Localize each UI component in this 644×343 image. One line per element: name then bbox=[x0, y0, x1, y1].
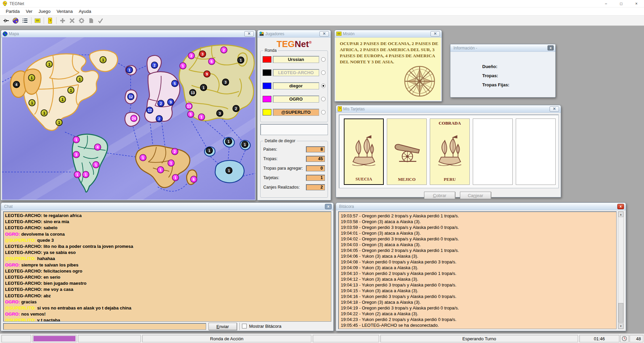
info-window-titlebar[interactable]: Información - x bbox=[450, 44, 555, 52]
army-count[interactable]: 1 bbox=[206, 147, 213, 154]
player-turn-radio[interactable] bbox=[321, 57, 326, 62]
army-count[interactable]: 2 bbox=[156, 115, 163, 122]
cobrar-button[interactable]: Cobrar bbox=[424, 192, 455, 199]
army-count[interactable]: 5 bbox=[171, 80, 178, 87]
mission-button[interactable] bbox=[33, 17, 42, 25]
menu-item-partida[interactable]: Partida bbox=[3, 8, 23, 15]
mission-close-button[interactable]: ✕ bbox=[430, 31, 440, 37]
chat-input[interactable] bbox=[3, 323, 206, 330]
card-slot-empty[interactable] bbox=[473, 119, 513, 185]
army-count[interactable]: 3 bbox=[222, 79, 229, 86]
army-count[interactable]: 1 bbox=[92, 161, 99, 168]
players-empty-listbox[interactable] bbox=[260, 124, 328, 135]
army-count[interactable]: 2 bbox=[171, 148, 178, 155]
cards-window-titlebar[interactable]: ? Mis Tarjetas ✕ bbox=[336, 105, 561, 113]
army-count[interactable]: 5 bbox=[187, 111, 194, 118]
army-count[interactable]: 1 bbox=[225, 138, 232, 145]
cards-doc-button[interactable] bbox=[87, 17, 95, 25]
players-close-button[interactable]: ✕ bbox=[319, 31, 329, 37]
army-count[interactable]: 4 bbox=[94, 144, 101, 151]
show-log-checkbox[interactable] bbox=[242, 324, 247, 328]
army-count[interactable]: 12 bbox=[127, 93, 134, 100]
army-count[interactable]: 13 bbox=[189, 89, 196, 96]
army-count[interactable]: 1 bbox=[126, 66, 133, 73]
menu-item-ayuda[interactable]: Ayuda bbox=[76, 8, 94, 15]
army-count[interactable]: 1 bbox=[59, 96, 66, 103]
army-count[interactable]: 9 bbox=[203, 70, 210, 78]
cards-button[interactable]: ? bbox=[46, 17, 54, 25]
army-count[interactable]: 3 bbox=[73, 151, 80, 158]
army-count[interactable]: 24 bbox=[130, 115, 137, 122]
attack-button[interactable] bbox=[68, 17, 76, 25]
close-button[interactable]: × bbox=[629, 0, 644, 7]
army-count[interactable]: 1 bbox=[73, 136, 80, 143]
army-count[interactable]: 2 bbox=[232, 105, 240, 112]
regroup-button[interactable] bbox=[77, 17, 86, 25]
player-turn-radio[interactable] bbox=[321, 97, 326, 101]
army-count[interactable]: 6 bbox=[208, 58, 215, 65]
player-turn-radio[interactable] bbox=[321, 84, 326, 88]
army-count[interactable]: 1 bbox=[74, 171, 81, 178]
list-button[interactable] bbox=[21, 17, 29, 25]
chat-window-titlebar[interactable]: Chat x bbox=[1, 203, 333, 210]
mission-window-titlebar[interactable]: Misión ✕ bbox=[335, 30, 442, 38]
army-count[interactable]: 1 bbox=[237, 57, 244, 64]
army-count[interactable]: 1 bbox=[55, 119, 63, 126]
menu-item-ver[interactable]: Ver bbox=[23, 8, 36, 15]
army-count[interactable]: 13 bbox=[185, 103, 193, 110]
army-count[interactable]: 12 bbox=[146, 107, 153, 114]
scroll-down-icon[interactable]: ▼ bbox=[618, 323, 623, 329]
connection-button[interactable] bbox=[2, 17, 10, 25]
map-window-titlebar[interactable]: Mapa ✕ bbox=[1, 30, 256, 38]
army-count[interactable]: 1 bbox=[168, 159, 175, 167]
army-count[interactable]: 1 bbox=[225, 167, 232, 174]
army-count[interactable]: 1 bbox=[172, 174, 179, 181]
army-count[interactable]: 1 bbox=[82, 171, 89, 178]
army-count[interactable]: 1 bbox=[200, 84, 207, 91]
enviar-button[interactable]: Enviar bbox=[208, 323, 237, 330]
cards-close-button[interactable]: ✕ bbox=[550, 106, 559, 112]
minimize-button[interactable]: − bbox=[598, 0, 614, 7]
info-close-button[interactable]: x bbox=[548, 45, 554, 50]
canjear-button[interactable]: Canjear bbox=[460, 192, 491, 199]
map-close-button[interactable]: ✕ bbox=[244, 31, 254, 37]
army-count[interactable]: 4 bbox=[13, 81, 20, 88]
army-count[interactable]: 1 bbox=[28, 74, 35, 81]
army-count[interactable]: 1 bbox=[198, 113, 205, 121]
scroll-thumb[interactable] bbox=[618, 303, 623, 323]
army-count[interactable]: 3 bbox=[216, 110, 223, 117]
menu-item-juego[interactable]: Juego bbox=[36, 8, 53, 15]
log-scrollbar[interactable]: ▲ ▼ bbox=[618, 211, 624, 329]
card-slot-empty[interactable] bbox=[516, 119, 556, 185]
app-titlebar[interactable]: TEGNet − □ × bbox=[0, 0, 644, 7]
players-window-titlebar[interactable]: Jugadores ✕ bbox=[258, 30, 331, 38]
chat-log[interactable]: LEOTEG-ARCHO: te regalaron africaLEOTEG-… bbox=[3, 211, 331, 322]
log-window-titlebar[interactable]: Bitácora x bbox=[336, 203, 626, 210]
log-entries[interactable]: 19:03:57 - Oregon perdió 2 tropa/s y Ala… bbox=[338, 211, 617, 329]
army-count[interactable]: 1 bbox=[139, 154, 147, 161]
world-button[interactable] bbox=[11, 17, 20, 25]
player-turn-radio[interactable] bbox=[321, 110, 326, 114]
menu-item-ventana[interactable]: Ventana bbox=[53, 8, 76, 15]
army-count[interactable]: 2 bbox=[188, 52, 195, 59]
army-count[interactable]: 1 bbox=[241, 141, 248, 148]
army-count[interactable]: 9 bbox=[167, 99, 174, 106]
army-count[interactable]: 1 bbox=[46, 61, 53, 68]
card-mejico[interactable]: MEJICO bbox=[387, 119, 427, 185]
army-count[interactable]: 1 bbox=[179, 62, 186, 69]
log-close-button[interactable]: x bbox=[617, 204, 624, 209]
army-count[interactable]: 1 bbox=[99, 56, 107, 63]
army-count[interactable]: 1 bbox=[41, 109, 48, 116]
army-count[interactable]: 6 bbox=[190, 176, 197, 183]
restore-button[interactable]: □ bbox=[614, 0, 629, 7]
chat-close-button[interactable]: x bbox=[325, 204, 332, 209]
player-turn-radio[interactable] bbox=[321, 70, 326, 75]
army-count[interactable]: 2 bbox=[157, 100, 164, 107]
army-count[interactable]: 3 bbox=[199, 50, 206, 58]
card-peru[interactable]: COBRADAPERU bbox=[430, 119, 470, 185]
scroll-up-icon[interactable]: ▲ bbox=[618, 212, 623, 217]
army-count[interactable]: 1 bbox=[157, 166, 164, 173]
world-map[interactable]: 1114111111125129212224232619113312313511… bbox=[2, 37, 255, 200]
army-count[interactable]: 1 bbox=[76, 76, 83, 83]
card-suecia[interactable]: SUECIA bbox=[344, 119, 384, 185]
